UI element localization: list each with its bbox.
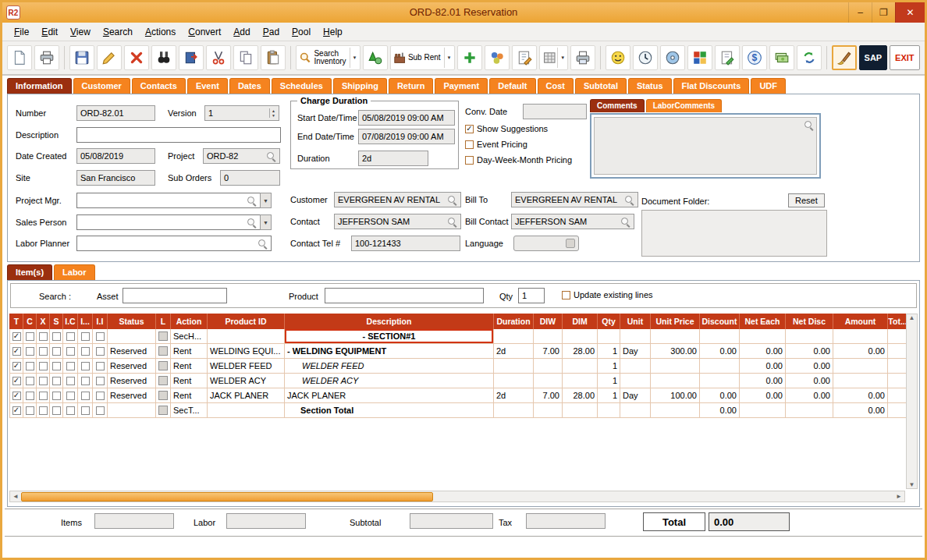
row-checkbox[interactable] — [52, 347, 61, 356]
table-row[interactable]: ReservedRentWELDER FEEDWELDER FEED10.000… — [10, 359, 907, 374]
contact-field[interactable]: JEFFERSON SAM — [334, 214, 461, 229]
cell-product_id[interactable]: JACK PLANER — [208, 388, 285, 403]
column-header-diw[interactable]: DIW — [534, 314, 563, 329]
bill-to-field[interactable]: EVERGREEN AV RENTAL — [511, 192, 638, 207]
column-header-duration[interactable]: Duration — [494, 314, 534, 329]
tab-cost[interactable]: Cost — [538, 78, 574, 94]
column-header-discount[interactable]: Discount — [700, 314, 740, 329]
tab-dates[interactable]: Dates — [229, 78, 270, 94]
row-checkbox[interactable] — [12, 392, 21, 400]
cell-discount[interactable] — [700, 359, 740, 374]
search-icon[interactable] — [247, 196, 257, 206]
row-checkbox[interactable] — [66, 377, 75, 385]
cell-amount[interactable]: 0.00 — [833, 344, 888, 359]
tab-subtotal[interactable]: Subtotal — [575, 78, 627, 94]
cell-dim[interactable]: 28.00 — [563, 388, 598, 403]
cell-amount[interactable] — [833, 329, 888, 344]
product-input[interactable] — [325, 288, 484, 303]
asset-input[interactable] — [123, 288, 227, 303]
edit-button[interactable] — [97, 45, 122, 70]
column-header-x[interactable]: X — [37, 314, 50, 329]
search-icon[interactable] — [258, 239, 268, 249]
cell-duration[interactable]: 2d — [494, 344, 534, 359]
table-row[interactable]: ReservedRentWELDING EQUI...- WELDING EQU… — [10, 344, 907, 359]
cell-amount[interactable]: 0.00 — [833, 403, 888, 418]
currency-button[interactable]: $ — [742, 45, 767, 70]
new-document-button[interactable] — [7, 45, 32, 70]
cell-product_id[interactable]: WELDER ACY — [208, 374, 285, 388]
duration-field[interactable]: 2d — [358, 151, 428, 166]
tab-contacts[interactable]: Contacts — [132, 78, 186, 94]
chevron-down-icon[interactable] — [350, 48, 357, 68]
document-folder-box[interactable] — [641, 210, 827, 257]
table-row[interactable]: ReservedRentJACK PLANERJACK PLANER2d7.00… — [10, 388, 907, 403]
menu-view[interactable]: View — [65, 24, 96, 40]
project-mgr-field[interactable] — [76, 193, 261, 208]
cell-qty[interactable] — [598, 329, 620, 344]
cell-amount[interactable] — [833, 374, 888, 388]
cell-diw[interactable]: 7.00 — [534, 388, 563, 403]
chevron-down-icon[interactable] — [557, 48, 565, 68]
table-row[interactable]: SecT...Section Total0.000.00 — [10, 403, 907, 418]
line-button[interactable] — [158, 331, 168, 341]
shapes-button[interactable] — [363, 45, 388, 70]
cell-dim[interactable] — [563, 329, 598, 344]
menu-file[interactable]: File — [9, 24, 34, 40]
row-checkbox[interactable] — [66, 362, 75, 370]
cell-unit[interactable] — [620, 403, 651, 418]
row-checkbox[interactable] — [96, 332, 105, 341]
cell-dim[interactable] — [563, 403, 598, 418]
menu-actions[interactable]: Actions — [140, 24, 181, 40]
delete-button[interactable] — [124, 45, 149, 70]
row-checkbox[interactable] — [96, 347, 105, 356]
paste-button[interactable] — [261, 45, 286, 70]
cell-discount[interactable]: 0.00 — [700, 388, 740, 403]
report-button[interactable] — [179, 45, 204, 70]
column-header-ic[interactable]: I.C — [63, 314, 78, 329]
row-checkbox[interactable] — [39, 377, 48, 385]
row-checkbox[interactable] — [26, 377, 34, 385]
history-button[interactable] — [633, 45, 658, 70]
sap-button[interactable]: SAP — [859, 45, 887, 70]
row-checkbox[interactable] — [52, 362, 61, 370]
cell-net_each[interactable]: 0.00 — [740, 344, 786, 359]
table-row[interactable]: SecH...- SECTION#1 — [10, 329, 907, 344]
menu-add[interactable]: Add — [228, 24, 255, 40]
cell-net_each[interactable]: 0.00 — [740, 359, 786, 374]
cell-duration[interactable] — [494, 329, 534, 344]
cell-desc[interactable]: - SECTION#1 — [285, 329, 494, 344]
cell-desc[interactable]: WELDER FEED — [285, 359, 494, 374]
cell-discount[interactable] — [700, 374, 740, 388]
cell-diw[interactable] — [534, 329, 563, 344]
cell-duration[interactable] — [494, 359, 534, 374]
cell-desc[interactable]: - WELDING EQUIPMENT — [285, 344, 494, 359]
cell-amount[interactable] — [833, 359, 888, 374]
search-icon[interactable] — [247, 218, 257, 228]
row-checkbox[interactable] — [39, 362, 48, 370]
row-checkbox[interactable] — [12, 347, 21, 356]
row-checkbox[interactable] — [96, 406, 105, 415]
cell-discount[interactable]: 0.00 — [700, 403, 740, 418]
cell-product_id[interactable] — [208, 403, 285, 418]
cell-product_id[interactable]: WELDER FEED — [208, 359, 285, 374]
search-icon[interactable] — [804, 120, 814, 130]
column-header-ii[interactable]: I.I — [93, 314, 108, 329]
line-button[interactable] — [158, 361, 168, 370]
cell-discount[interactable] — [700, 329, 740, 344]
row-checkbox[interactable] — [39, 332, 48, 341]
line-button[interactable] — [158, 376, 168, 385]
row-checkbox[interactable] — [81, 377, 90, 385]
cell-net_disc[interactable]: 0.00 — [786, 388, 833, 403]
line-button[interactable] — [158, 346, 168, 356]
row-checkbox[interactable] — [26, 332, 34, 341]
tab-schedules[interactable]: Schedules — [272, 78, 332, 94]
money-button[interactable] — [769, 45, 794, 70]
tab-labor-comments[interactable]: LaborComments — [646, 99, 722, 112]
row-checkbox[interactable] — [52, 406, 61, 415]
print-report-button[interactable] — [570, 45, 595, 70]
title-bar[interactable]: R2 ORD-82.01 Reservation – ❐ ✕ — [2, 2, 925, 23]
row-checkbox[interactable] — [39, 392, 48, 400]
row-checkbox[interactable] — [26, 392, 34, 400]
row-checkbox[interactable] — [26, 406, 34, 415]
sub-orders-field[interactable]: 0 — [220, 170, 280, 186]
